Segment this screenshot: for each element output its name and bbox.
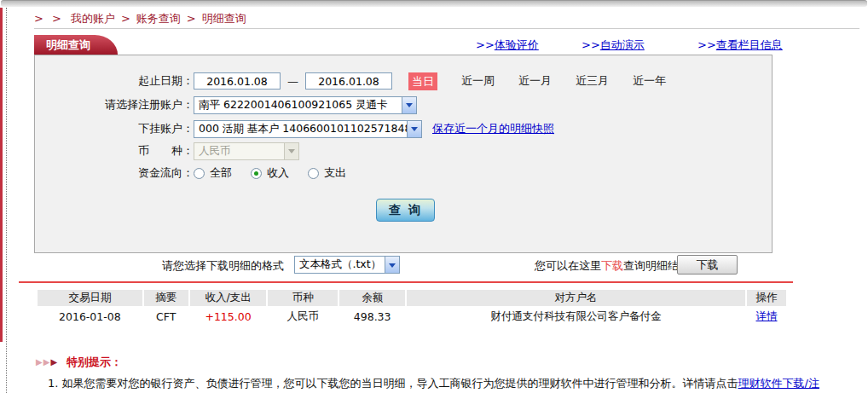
flow-direction-label: 资金流向：: [35, 165, 194, 181]
top-gradient-bar: [1, 0, 867, 7]
flow-radio-2[interactable]: 支出: [308, 165, 346, 181]
chevron-down-icon: [284, 143, 298, 159]
registered-account-value: 南平 6222001406100921065 灵通卡: [194, 98, 402, 113]
currency-value: 人民币: [194, 144, 284, 159]
result-table: 交易日期 摘要 收入/支出 币种 余额 对方户名 操作 2016-01-08 C…: [36, 289, 788, 327]
header-counterparty: 对方户名: [407, 290, 745, 306]
sub-account-value: 000 活期 基本户 1406600101102571848: [194, 122, 407, 136]
cell-amount: +115.00: [190, 307, 267, 327]
currency-label: 币 种：: [35, 143, 194, 159]
table-header-row: 交易日期 摘要 收入/支出 币种 余额 对方户名 操作: [38, 290, 786, 306]
header-trade-date: 交易日期: [38, 290, 142, 306]
flow-option-label: 支出: [324, 165, 346, 181]
breadcrumb-lead: > >: [34, 12, 64, 25]
finance-software-download-link[interactable]: 理财软件下载/注: [738, 377, 819, 390]
flow-direction-row: 资金流向： 全部 收入 支出: [35, 163, 772, 183]
radio-icon[interactable]: [308, 168, 319, 179]
download-hint-highlight: 下载: [601, 259, 623, 272]
cell-balance: 498.33: [339, 307, 405, 327]
arrow-light-icon: ▶▶: [36, 357, 50, 367]
table-row: 2016-01-08 CFT +115.00 人民币 498.33 财付通支付科…: [38, 307, 786, 327]
query-button[interactable]: 查 询: [376, 199, 435, 222]
quick-range-week[interactable]: 近一周: [461, 73, 495, 89]
cell-trade-date: 2016-01-08: [38, 307, 142, 327]
flow-radio-1[interactable]: 收入: [251, 165, 289, 181]
registered-account-row: 请选择注册账户： 南平 6222001406100921065 灵通卡: [35, 95, 772, 115]
download-hint: 您可以在这里下载查询明细结果: [535, 258, 690, 274]
note-arrows-icon: ▶▶▶: [36, 357, 58, 367]
link-prefix: >>: [582, 38, 600, 51]
date-range-label: 起止日期：: [35, 73, 194, 89]
note-text: 1. 如果您需要对您的银行资产、负债进行管理，您可以下载您的当日明细，导入工商银…: [48, 377, 738, 390]
breadcrumb-item-detail-query[interactable]: 明细查询: [202, 12, 246, 25]
breadcrumb-separator: >: [121, 12, 130, 25]
cell-counterparty: 财付通支付科技有限公司客户备付金: [407, 307, 745, 327]
header-income-expense: 收入/支出: [190, 290, 267, 306]
radio-icon[interactable]: [251, 168, 262, 179]
special-note-title: 特别提示：: [67, 355, 122, 370]
cell-currency: 人民币: [268, 307, 338, 327]
left-dotted-border: [6, 8, 7, 393]
quick-range-quarter[interactable]: 近三月: [576, 73, 609, 89]
header-action: 操作: [747, 290, 786, 306]
link-auto-demo[interactable]: >>自动演示: [582, 38, 645, 53]
currency-row: 币 种： 人民币: [35, 141, 772, 161]
download-format-select[interactable]: 文本格式（.txt）: [294, 256, 400, 274]
breadcrumb-item-account-query[interactable]: 账务查询: [136, 12, 181, 25]
date-range-row: 起止日期： — 当日 近一周 近一月 近三月 近一年: [35, 71, 772, 91]
chevron-down-icon[interactable]: [407, 121, 421, 137]
date-from-input[interactable]: [194, 72, 281, 90]
cell-summary: CFT: [144, 307, 188, 327]
flow-option-label: 收入: [267, 165, 289, 181]
flow-option-label: 全部: [210, 165, 232, 181]
save-snapshot-link[interactable]: 保存近一个月的明细快照: [432, 121, 554, 136]
breadcrumb-divider: [34, 28, 859, 29]
sub-account-select[interactable]: 000 活期 基本户 1406600101102571848: [194, 120, 422, 138]
download-format-select-wrap: 文本格式（.txt）: [294, 256, 400, 274]
sub-account-row: 下挂账户： 000 活期 基本户 1406600101102571848 保存近…: [35, 118, 772, 139]
link-column-info-text[interactable]: 查看栏目信息: [716, 38, 783, 51]
link-column-info[interactable]: >>查看栏目信息: [697, 38, 783, 53]
link-prefix: >>: [697, 38, 716, 51]
download-hint-prefix: 您可以在这里: [535, 259, 601, 272]
arrow-dark-icon: ▶: [50, 357, 58, 367]
header-currency: 币种: [268, 290, 338, 306]
registered-account-select[interactable]: 南平 6222001406100921065 灵通卡: [194, 96, 417, 114]
breadcrumb-item-my-account[interactable]: 我的账户: [71, 12, 115, 25]
detail-link[interactable]: 详情: [756, 309, 778, 322]
page: > >我的账户>账务查询>明细查询 明细查询 >>体验评价 >>自动演示 >>查…: [0, 0, 868, 393]
special-note-line: 1. 如果您需要对您的银行资产、负债进行管理，您可以下载您的当日明细，导入工商银…: [48, 376, 868, 391]
sub-account-label: 下挂账户：: [35, 121, 194, 136]
flow-radio-0[interactable]: 全部: [194, 165, 232, 181]
query-form-panel: 起止日期： — 当日 近一周 近一月 近三月 近一年 请选择注册账户： 南平 6…: [34, 55, 773, 253]
date-to-input[interactable]: [305, 72, 392, 90]
result-table-wrap: 交易日期 摘要 收入/支出 币种 余额 对方户名 操作 2016-01-08 C…: [36, 289, 788, 327]
section-red-divider: [19, 281, 793, 283]
chevron-down-icon[interactable]: [385, 257, 399, 273]
tab-detail-query: 明细查询: [34, 35, 95, 55]
quick-range-month[interactable]: 近一月: [518, 73, 552, 89]
today-button[interactable]: 当日: [408, 72, 437, 90]
chevron-down-icon[interactable]: [402, 97, 416, 113]
link-auto-demo-text[interactable]: 自动演示: [600, 38, 645, 51]
link-experience-rating[interactable]: >>体验评价: [476, 38, 539, 53]
breadcrumb: > >我的账户>账务查询>明细查询: [34, 11, 246, 26]
date-dash: —: [287, 75, 298, 88]
download-format-label: 请您选择下载明细的格式: [162, 258, 284, 274]
quick-range-year[interactable]: 近一年: [633, 73, 666, 89]
radio-icon[interactable]: [194, 168, 205, 179]
header-summary: 摘要: [144, 290, 188, 306]
currency-select: 人民币: [194, 142, 299, 160]
tab-title: 明细查询: [46, 38, 90, 51]
download-format-value: 文本格式（.txt）: [295, 257, 385, 272]
download-button[interactable]: 下载: [677, 255, 738, 275]
breadcrumb-separator: >: [187, 12, 196, 25]
left-red-bar: [0, 8, 3, 342]
header-balance: 余额: [339, 290, 405, 306]
link-prefix: >>: [476, 38, 495, 51]
link-experience-rating-text[interactable]: 体验评价: [495, 38, 539, 51]
registered-account-label: 请选择注册账户：: [35, 97, 194, 113]
